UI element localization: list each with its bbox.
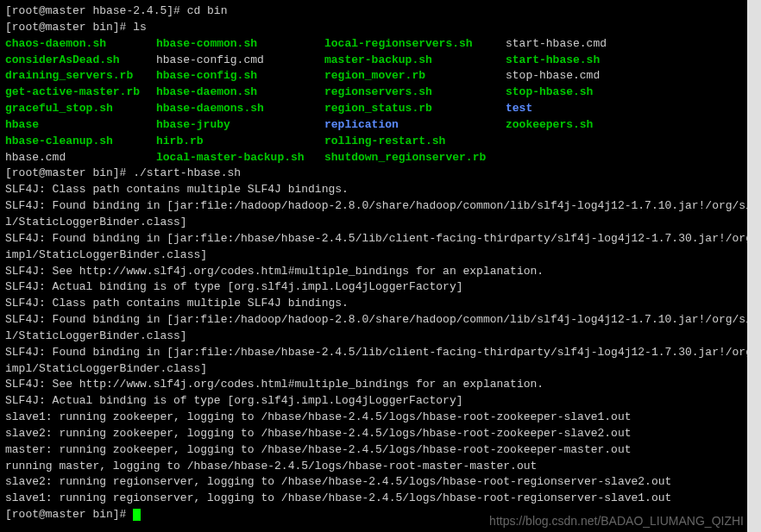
ls-row: hbasehbase-jrubyreplicationzookeepers.sh	[5, 117, 742, 134]
log-line: SLF4J: See http://www.slf4j.org/codes.ht…	[5, 377, 742, 393]
ls-item: hbase.cmd	[5, 150, 156, 166]
ls-item: hirb.rb	[156, 134, 324, 150]
ls-item: get-active-master.rb	[5, 84, 156, 101]
ls-item: hbase-daemons.sh	[156, 101, 324, 117]
ls-item: chaos-daemon.sh	[5, 36, 156, 53]
log-line: SLF4J: Class path contains multiple SLF4…	[5, 296, 742, 312]
ls-item: regionservers.sh	[324, 84, 506, 101]
ls-item: graceful_stop.sh	[5, 101, 156, 117]
ls-row: draining_servers.rbhbase-config.shregion…	[5, 68, 742, 84]
ls-row: chaos-daemon.shhbase-common.shlocal-regi…	[5, 36, 742, 53]
ls-item: hbase-cleanup.sh	[5, 134, 156, 150]
ls-item: hbase-jruby	[156, 117, 324, 134]
log-line: slave1: running zookeeper, logging to /h…	[5, 410, 742, 426]
log-line: impl/StaticLoggerBinder.class]	[5, 247, 742, 264]
log-line: master: running zookeeper, logging to /h…	[5, 442, 742, 459]
ls-item: draining_servers.rb	[5, 68, 156, 84]
ls-item: replication	[324, 117, 506, 134]
ls-item: start-hbase.cmd	[506, 36, 607, 53]
ls-item: region_mover.rb	[324, 68, 506, 84]
ls-item: stop-hbase.cmd	[506, 68, 600, 84]
ls-row: considerAsDead.shhbase-config.cmdmaster-…	[5, 53, 742, 69]
log-line: SLF4J: Actual binding is of type [org.sl…	[5, 393, 742, 410]
ls-item: start-hbase.sh	[506, 53, 600, 69]
ls-item: local-regionservers.sh	[324, 36, 506, 53]
ls-item: local-master-backup.sh	[156, 150, 324, 166]
log-line: SLF4J: Found binding in [jar:file:/hbase…	[5, 345, 742, 361]
ls-item: hbase-config.sh	[156, 68, 324, 84]
ls-row: hbase-cleanup.shhirb.rbrolling-restart.s…	[5, 134, 742, 150]
ls-item: shutdown_regionserver.rb	[324, 150, 506, 166]
log-line: slave2: running regionserver, logging to…	[5, 474, 742, 491]
ls-item: hbase-common.sh	[156, 36, 324, 53]
ls-item: test	[506, 101, 532, 117]
ls-item: zookeepers.sh	[506, 117, 593, 134]
log-line: SLF4J: Found binding in [jar:file:/hadoo…	[5, 312, 742, 329]
terminal-output[interactable]: [root@master hbase-2.4.5]# cd bin [root@…	[5, 3, 742, 523]
ls-item: rolling-restart.sh	[324, 134, 506, 150]
log-line: slave2: running zookeeper, logging to /h…	[5, 426, 742, 442]
watermark: https://blog.csdn.net/BADAO_LIUMANG_QIZH…	[489, 512, 744, 529]
prompt-line-3: [root@master bin]# ./start-hbase.sh	[5, 166, 742, 182]
ls-item: considerAsDead.sh	[5, 53, 156, 69]
ls-item: master-backup.sh	[324, 53, 506, 69]
ls-row: hbase.cmdlocal-master-backup.shshutdown_…	[5, 150, 742, 166]
log-line: SLF4J: See http://www.slf4j.org/codes.ht…	[5, 264, 742, 280]
log-line: SLF4J: Found binding in [jar:file:/hbase…	[5, 231, 742, 247]
ls-item: hbase-config.cmd	[156, 53, 324, 69]
prompt-line-2: [root@master bin]# ls	[5, 20, 742, 36]
log-line: SLF4J: Class path contains multiple SLF4…	[5, 182, 742, 198]
log-line: l/StaticLoggerBinder.class]	[5, 329, 742, 345]
ls-row: get-active-master.rbhbase-daemon.shregio…	[5, 84, 742, 101]
prompt-line-1: [root@master hbase-2.4.5]# cd bin	[5, 3, 742, 20]
log-line: l/StaticLoggerBinder.class]	[5, 215, 742, 231]
log-line: slave1: running regionserver, logging to…	[5, 491, 742, 507]
ls-row: graceful_stop.shhbase-daemons.shregion_s…	[5, 101, 742, 117]
cursor	[133, 509, 141, 521]
ls-item: hbase	[5, 117, 156, 134]
log-output: SLF4J: Class path contains multiple SLF4…	[5, 182, 742, 507]
ls-item: hbase-daemon.sh	[156, 84, 324, 101]
log-line: SLF4J: Actual binding is of type [org.sl…	[5, 279, 742, 296]
log-line: SLF4J: Found binding in [jar:file:/hadoo…	[5, 198, 742, 215]
ls-item: region_status.rb	[324, 101, 506, 117]
log-line: impl/StaticLoggerBinder.class]	[5, 361, 742, 378]
log-line: running master, logging to /hbase/hbase-…	[5, 459, 742, 475]
ls-output: chaos-daemon.shhbase-common.shlocal-regi…	[5, 36, 742, 166]
ls-item: stop-hbase.sh	[506, 84, 593, 101]
